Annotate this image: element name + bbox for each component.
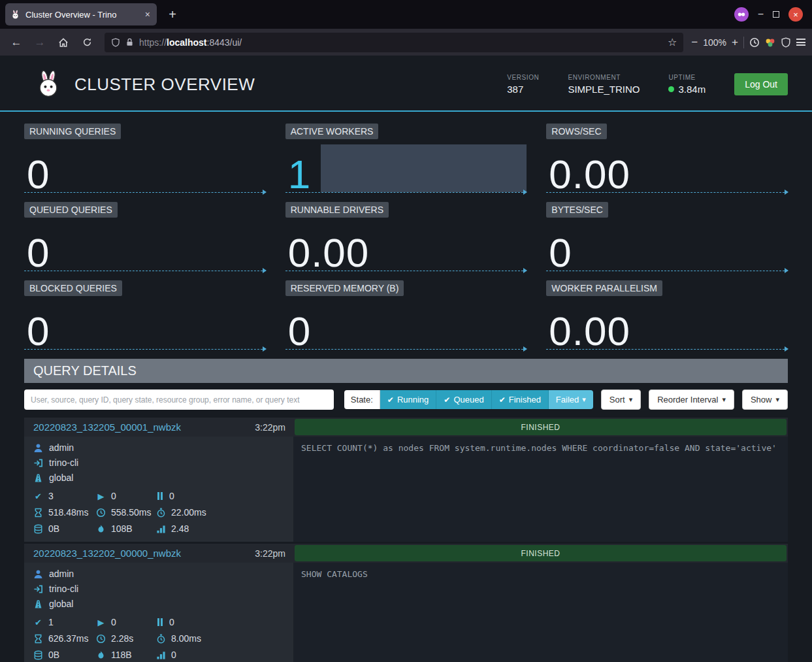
new-tab-button[interactable]: + <box>163 7 182 22</box>
metric-value: 0 <box>27 156 50 193</box>
sort-dropdown[interactable]: Sort▾ <box>601 389 641 410</box>
metric-runnable-drivers: RUNNABLE DRIVERS 0.00 <box>285 198 527 271</box>
query-search-input[interactable] <box>24 389 334 410</box>
tracking-shield-icon[interactable] <box>111 38 120 47</box>
browser-tab[interactable]: Cluster Overview - Trino × <box>5 3 157 25</box>
state-filter-running-button[interactable]: ✔Running <box>380 390 437 409</box>
lock-icon[interactable] <box>125 38 134 46</box>
sparkline <box>24 271 266 271</box>
logout-button[interactable]: Log Out <box>734 73 788 95</box>
running-splits-play-icon: ▶ <box>96 618 106 627</box>
query-id-link[interactable]: 20220823_132202_00000_nwbzk <box>33 548 181 559</box>
forward-icon: → <box>30 33 50 52</box>
sparkline-area <box>321 144 527 192</box>
chevron-down-icon: ▾ <box>722 395 726 404</box>
metric-value: 0.00 <box>288 234 370 271</box>
metric-active-workers: ACTIVE WORKERS 1 <box>285 120 527 193</box>
metric-label: WORKER PARALLELISM <box>546 280 662 296</box>
metric-label: RUNNABLE DRIVERS <box>285 202 389 218</box>
current-memory: 0B <box>48 523 59 534</box>
metric-blocked-queries: BLOCKED QUERIES 0 <box>24 276 266 350</box>
query-filter-toolbar: State: ✔Running ✔Queued ✔Finished Failed… <box>24 389 788 410</box>
wall-time: 518.48ms <box>48 507 88 518</box>
cumulative-memory: 118B <box>111 650 132 660</box>
source-icon <box>33 584 43 594</box>
history-clock-icon[interactable] <box>749 37 760 48</box>
metric-label: BYTES/SEC <box>546 202 608 218</box>
sparkline <box>546 271 788 271</box>
queued-splits-pause-icon <box>157 618 163 626</box>
version-value: 387 <box>507 84 539 95</box>
url-bar[interactable]: https://localhost:8443/ui/ ☆ <box>105 33 683 52</box>
metric-value: 0 <box>288 312 311 350</box>
trino-bunny-logo-icon <box>34 70 63 99</box>
completed-splits-check-icon: ✔ <box>33 618 43 627</box>
check-icon: ✔ <box>444 395 450 405</box>
zoom-out-icon[interactable]: − <box>691 36 698 49</box>
url-path: :8443/ui/ <box>207 37 242 48</box>
uptime-value: 3.84m <box>678 84 706 95</box>
window-minimize-icon[interactable]: − <box>758 8 764 20</box>
zoom-in-icon[interactable]: + <box>732 36 738 49</box>
url-text[interactable]: https://localhost:8443/ui/ <box>139 37 662 48</box>
metric-value: 0 <box>549 234 572 271</box>
chevron-down-icon: ▾ <box>582 395 586 404</box>
query-header-row: 20220823_132202_00000_nwbzk 3:22pm FINIS… <box>24 544 788 563</box>
state-filter-failed-dropdown[interactable]: Failed▾ <box>549 390 593 409</box>
wall-time-hourglass-icon <box>33 634 43 644</box>
metric-worker-parallelism: WORKER PARALLELISM 0.00 <box>546 276 788 350</box>
cpu-stopwatch-icon <box>156 508 166 518</box>
completed-splits: 1 <box>48 617 54 627</box>
query-time: 3:22pm <box>255 548 285 559</box>
query-id-link[interactable]: 20220823_132205_00001_nwbzk <box>33 422 181 433</box>
user-icon <box>33 443 43 453</box>
parallelism: 2.48 <box>171 523 189 534</box>
menu-hamburger-icon[interactable] <box>796 39 805 46</box>
metric-value: 0 <box>27 234 50 271</box>
uptime-label: UPTIME <box>668 74 706 81</box>
version-label: VERSION <box>507 74 539 81</box>
window-restore-icon[interactable] <box>773 11 779 18</box>
extension-icon[interactable] <box>765 37 775 48</box>
sparkline <box>285 271 527 271</box>
reload-icon[interactable] <box>77 33 97 52</box>
memory-database-icon <box>33 650 43 660</box>
cluster-header: CLUSTER OVERVIEW VERSION 387 ENVIRONMENT… <box>0 56 812 112</box>
cumulative-memory-flame-icon <box>96 650 106 660</box>
environment-stat: ENVIRONMENT SIMPLE_TRINO <box>568 74 640 95</box>
state-filter-finished-button[interactable]: ✔Finished <box>492 390 549 409</box>
metric-reserved-memory: RESERVED MEMORY (B) 0 <box>285 276 527 350</box>
query-summary-panel: admin trino-cli global ✔3 ▶0 0 518.48ms … <box>24 437 293 542</box>
metric-label: ROWS/SEC <box>546 124 606 139</box>
resource-group-icon <box>33 473 43 483</box>
reorder-interval-dropdown[interactable]: Reorder Interval▾ <box>649 389 734 410</box>
query-item: 20220823_132202_00000_nwbzk 3:22pm FINIS… <box>24 544 788 662</box>
tab-close-icon[interactable]: × <box>144 9 152 20</box>
query-resource-group: global <box>49 472 73 483</box>
running-splits: 0 <box>111 617 116 627</box>
container-account-icon[interactable] <box>734 7 749 22</box>
uptime-stat: UPTIME 3.84m <box>668 74 706 95</box>
home-icon[interactable] <box>54 33 73 52</box>
wall-time-hourglass-icon <box>33 508 43 518</box>
back-icon[interactable]: ← <box>7 33 26 52</box>
metric-running-queries: RUNNING QUERIES 0 <box>24 120 266 193</box>
protection-shield-icon[interactable] <box>781 37 791 48</box>
sparkline <box>24 192 266 193</box>
zoom-level[interactable]: 100% <box>703 37 726 48</box>
cluster-stats-grid: RUNNING QUERIES 0 ACTIVE WORKERS 1 ROWS/… <box>0 112 812 354</box>
show-dropdown[interactable]: Show▾ <box>742 389 788 410</box>
window-close-icon[interactable]: × <box>788 7 803 22</box>
bookmark-star-icon[interactable]: ☆ <box>668 36 677 48</box>
resource-group-icon <box>33 599 43 609</box>
metric-value: 0 <box>27 312 50 350</box>
completed-splits: 3 <box>48 491 54 501</box>
metric-bytes-sec: BYTES/SEC 0 <box>546 198 788 271</box>
query-header-row: 20220823_132205_00001_nwbzk 3:22pm FINIS… <box>24 418 788 437</box>
current-memory: 0B <box>48 650 59 660</box>
queued-splits: 0 <box>169 617 174 627</box>
source-icon <box>33 458 43 468</box>
browser-tab-bar: Cluster Overview - Trino × + − × <box>0 0 812 29</box>
parallelism-grid-icon <box>156 524 166 534</box>
state-filter-queued-button[interactable]: ✔Queued <box>436 390 491 409</box>
